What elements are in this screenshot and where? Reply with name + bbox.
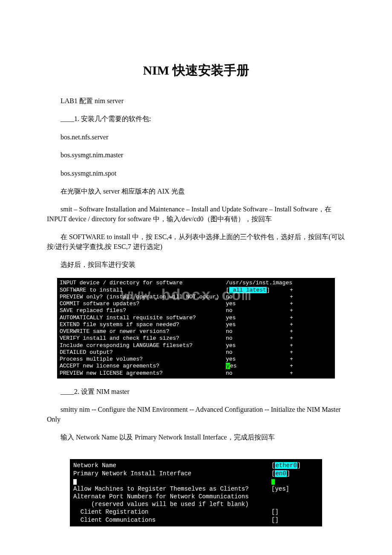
terminal-nim-master: Network Name [ether0] Primary Network In… — [70, 459, 322, 526]
field-value: [ether0] — [271, 462, 314, 469]
field-label: AUTOMATICALLY install requisite software… — [60, 315, 226, 321]
field-value: /usr/sys/inst.images — [226, 280, 292, 286]
highlighted-value: ether0 — [275, 462, 297, 469]
field-label: COMMIT software updates? — [60, 301, 226, 307]
terminal-install-software: INPUT device / directory for software /u… — [57, 278, 335, 379]
plus-marker: + — [290, 335, 293, 342]
field-value: [en0] — [271, 470, 314, 477]
field-label: EXTEND file systems if space needed? — [60, 321, 226, 328]
field-label: SOFTWARE to install — [60, 287, 226, 294]
term-row: SAVE replaced files? no + — [60, 307, 332, 314]
pkg-3: bos.sysmgt.nim.spot — [47, 169, 345, 178]
cursor-icon — [73, 479, 77, 485]
term-row: OVERWRITE same or newer versions? no + — [60, 328, 332, 335]
smitty-path: smitty nim -- Configure the NIM Environm… — [47, 405, 345, 424]
field-value: yes — [226, 321, 290, 328]
term-row: AUTOMATICALLY install requisite software… — [60, 315, 332, 321]
field-value: no — [226, 328, 290, 335]
field-label: (reserved values will be used if left bl… — [73, 500, 271, 508]
plus-marker: + — [290, 349, 293, 356]
term-row: PREVIEW only? (install operation will NO… — [60, 294, 332, 301]
field-label: Alternate Port Numbers for Network Commu… — [73, 493, 271, 500]
field-label: Process multiple volumes? — [60, 356, 226, 363]
field-value: [_all_latest] — [226, 287, 290, 294]
term-row: Include corresponding LANGUAGE filesets?… — [60, 342, 332, 349]
plus-marker: + — [290, 328, 293, 335]
field-value: yes — [226, 315, 290, 321]
term-row: Process multiple volumes? yes + — [60, 356, 332, 363]
lab-heading: LAB1 配置 nim server — [47, 96, 345, 106]
field-value: [] — [271, 508, 314, 516]
plus-marker: + — [290, 307, 293, 314]
page-title: NIM 快速安装手册 — [47, 62, 345, 79]
term-row — [73, 477, 319, 485]
field-value: no — [226, 294, 290, 301]
plus-marker: + — [290, 301, 293, 307]
term-row: Network Name [ether0] — [73, 462, 319, 469]
field-value: [yes] — [271, 485, 314, 493]
step-2: ____2. 设置 NIM master — [47, 387, 345, 396]
field-label: Client Registration — [73, 508, 271, 516]
term-row: Alternate Port Numbers for Network Commu… — [73, 493, 319, 500]
term-row: DETAILED output? no + — [60, 349, 332, 356]
field-value: yes — [226, 301, 290, 307]
pkg-1: bos.net.nfs.server — [47, 133, 345, 142]
term-row: PREVIEW new LICENSE agreements? no + — [60, 370, 332, 377]
term-row: COMMIT software updates? yes + — [60, 301, 332, 307]
field-value: [] — [271, 516, 314, 524]
plus-marker: + — [290, 287, 293, 294]
plus-marker: + — [290, 294, 293, 301]
field-label: Primary Network Install Interface — [73, 470, 271, 477]
esc4-instruction: 在 SOFTWARE to install 中，按 ESC,4，从列表中选择上面… — [47, 232, 345, 251]
cd-instruction: 在光驱中放入 server 相应版本的 AIX 光盘 — [47, 187, 345, 196]
plus-marker: + — [290, 315, 293, 321]
field-value: yes — [226, 342, 290, 349]
network-instruction: 输入 Network Name 以及 Primary Network Insta… — [47, 433, 345, 442]
term-row: VERIFY install and check file sizes? no … — [60, 335, 332, 342]
field-value: no — [226, 349, 290, 356]
field-label: INPUT device / directory for software — [60, 280, 226, 286]
field-label: DETAILED output? — [60, 349, 226, 356]
step-1: ____1. 安装几个需要的软件包: — [47, 114, 345, 124]
plus-marker: + — [290, 342, 293, 349]
field-label: PREVIEW only? (install operation will NO… — [60, 294, 226, 301]
field-label: SAVE replaced files? — [60, 307, 226, 314]
field-value: yes — [226, 363, 290, 370]
term-row: SOFTWARE to install [_all_latest] + — [60, 287, 332, 294]
field-value: no — [226, 335, 290, 342]
term-row: (reserved values will be used if left bl… — [73, 500, 319, 508]
field-label: Include corresponding LANGUAGE filesets? — [60, 342, 226, 349]
plus-marker: + — [290, 363, 293, 370]
field-label: PREVIEW new LICENSE agreements? — [60, 370, 226, 377]
plus-marker: + — [290, 321, 293, 328]
field-label: OVERWRITE same or newer versions? — [60, 328, 226, 335]
term-row: Client Communications [] — [73, 516, 319, 524]
field-label: Network Name — [73, 462, 271, 469]
field-value — [271, 477, 314, 485]
term-row: Primary Network Install Interface [en0] — [73, 470, 319, 477]
field-label: Allow Machines to Register Themselves as… — [73, 485, 271, 493]
cursor-green-icon — [271, 479, 275, 485]
term-row: INPUT device / directory for software /u… — [60, 280, 332, 286]
cursor-line — [73, 477, 271, 485]
cursor-highlight: y — [226, 363, 230, 369]
term-row: Allow Machines to Register Themselves as… — [73, 485, 319, 493]
plus-marker: + — [290, 370, 293, 377]
field-value: yes — [226, 356, 290, 363]
smit-path: smit – Software Installation and Mainten… — [47, 205, 345, 224]
highlighted-value: en0 — [275, 470, 286, 477]
field-label: Client Communications — [73, 516, 271, 524]
plus-marker: + — [290, 356, 293, 363]
highlighted-value: _all_latest — [229, 287, 267, 293]
field-value: no — [226, 370, 290, 377]
term-row: EXTEND file systems if space needed? yes… — [60, 321, 332, 328]
field-label: VERIFY install and check file sizes? — [60, 335, 226, 342]
field-value: no — [226, 307, 290, 314]
field-label: ACCEPT new license agreements? — [60, 363, 226, 370]
term-row: ACCEPT new license agreements? yes + — [60, 363, 332, 370]
pkg-2: bos.sysmgt.nim.master — [47, 150, 345, 160]
term-row: Client Registration [] — [73, 508, 319, 516]
enter-instruction: 选好后，按回车进行安装 — [47, 260, 345, 269]
